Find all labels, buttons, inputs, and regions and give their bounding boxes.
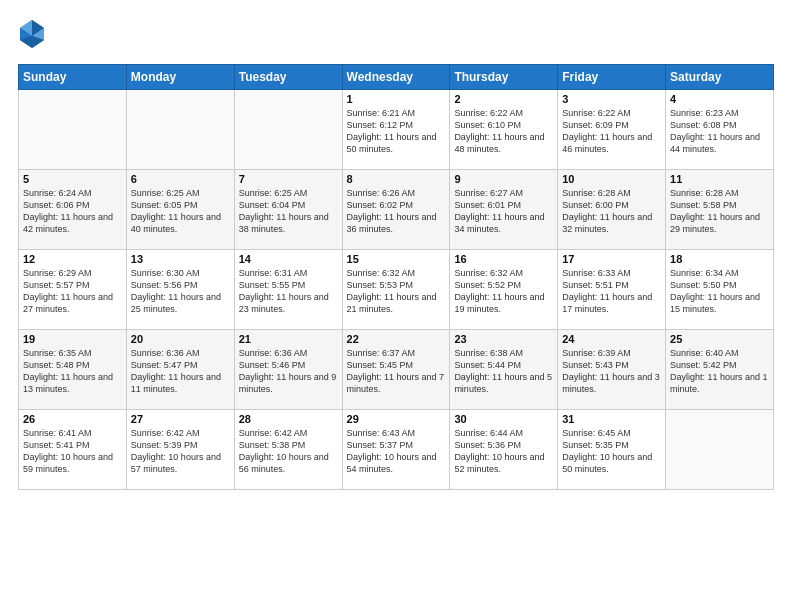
calendar-cell: 1Sunrise: 6:21 AMSunset: 6:12 PMDaylight… (342, 90, 450, 170)
calendar-cell: 12Sunrise: 6:29 AMSunset: 5:57 PMDayligh… (19, 250, 127, 330)
day-info: Sunrise: 6:44 AMSunset: 5:36 PMDaylight:… (454, 427, 553, 476)
day-info: Sunrise: 6:39 AMSunset: 5:43 PMDaylight:… (562, 347, 661, 396)
calendar-cell: 5Sunrise: 6:24 AMSunset: 6:06 PMDaylight… (19, 170, 127, 250)
day-number: 13 (131, 253, 230, 265)
calendar-week-row: 12Sunrise: 6:29 AMSunset: 5:57 PMDayligh… (19, 250, 774, 330)
day-info: Sunrise: 6:23 AMSunset: 6:08 PMDaylight:… (670, 107, 769, 156)
day-info: Sunrise: 6:25 AMSunset: 6:04 PMDaylight:… (239, 187, 338, 236)
calendar-cell: 20Sunrise: 6:36 AMSunset: 5:47 PMDayligh… (126, 330, 234, 410)
calendar-cell: 3Sunrise: 6:22 AMSunset: 6:09 PMDaylight… (558, 90, 666, 170)
day-info: Sunrise: 6:22 AMSunset: 6:10 PMDaylight:… (454, 107, 553, 156)
calendar-cell: 26Sunrise: 6:41 AMSunset: 5:41 PMDayligh… (19, 410, 127, 490)
day-number: 4 (670, 93, 769, 105)
day-number: 17 (562, 253, 661, 265)
day-number: 23 (454, 333, 553, 345)
day-number: 24 (562, 333, 661, 345)
day-info: Sunrise: 6:28 AMSunset: 6:00 PMDaylight:… (562, 187, 661, 236)
day-info: Sunrise: 6:42 AMSunset: 5:38 PMDaylight:… (239, 427, 338, 476)
day-number: 7 (239, 173, 338, 185)
day-number: 19 (23, 333, 122, 345)
calendar-cell: 23Sunrise: 6:38 AMSunset: 5:44 PMDayligh… (450, 330, 558, 410)
day-info: Sunrise: 6:32 AMSunset: 5:53 PMDaylight:… (347, 267, 446, 316)
day-number: 21 (239, 333, 338, 345)
day-number: 9 (454, 173, 553, 185)
calendar-cell (666, 410, 774, 490)
calendar-day-header: Tuesday (234, 65, 342, 90)
calendar-cell: 11Sunrise: 6:28 AMSunset: 5:58 PMDayligh… (666, 170, 774, 250)
header (18, 18, 774, 54)
calendar-cell: 22Sunrise: 6:37 AMSunset: 5:45 PMDayligh… (342, 330, 450, 410)
day-number: 11 (670, 173, 769, 185)
calendar-day-header: Sunday (19, 65, 127, 90)
day-info: Sunrise: 6:32 AMSunset: 5:52 PMDaylight:… (454, 267, 553, 316)
logo-icon (18, 18, 46, 54)
day-number: 1 (347, 93, 446, 105)
day-info: Sunrise: 6:38 AMSunset: 5:44 PMDaylight:… (454, 347, 553, 396)
logo (18, 18, 50, 54)
day-number: 15 (347, 253, 446, 265)
calendar-cell: 18Sunrise: 6:34 AMSunset: 5:50 PMDayligh… (666, 250, 774, 330)
day-number: 14 (239, 253, 338, 265)
day-number: 10 (562, 173, 661, 185)
calendar-day-header: Thursday (450, 65, 558, 90)
calendar-cell: 13Sunrise: 6:30 AMSunset: 5:56 PMDayligh… (126, 250, 234, 330)
day-number: 22 (347, 333, 446, 345)
calendar-day-header: Friday (558, 65, 666, 90)
calendar-cell: 10Sunrise: 6:28 AMSunset: 6:00 PMDayligh… (558, 170, 666, 250)
day-info: Sunrise: 6:42 AMSunset: 5:39 PMDaylight:… (131, 427, 230, 476)
calendar-cell: 30Sunrise: 6:44 AMSunset: 5:36 PMDayligh… (450, 410, 558, 490)
calendar-cell: 17Sunrise: 6:33 AMSunset: 5:51 PMDayligh… (558, 250, 666, 330)
calendar-cell: 7Sunrise: 6:25 AMSunset: 6:04 PMDaylight… (234, 170, 342, 250)
calendar-cell: 19Sunrise: 6:35 AMSunset: 5:48 PMDayligh… (19, 330, 127, 410)
calendar-cell (19, 90, 127, 170)
day-info: Sunrise: 6:21 AMSunset: 6:12 PMDaylight:… (347, 107, 446, 156)
calendar-cell: 31Sunrise: 6:45 AMSunset: 5:35 PMDayligh… (558, 410, 666, 490)
day-number: 27 (131, 413, 230, 425)
day-info: Sunrise: 6:25 AMSunset: 6:05 PMDaylight:… (131, 187, 230, 236)
day-number: 2 (454, 93, 553, 105)
calendar-cell: 9Sunrise: 6:27 AMSunset: 6:01 PMDaylight… (450, 170, 558, 250)
calendar-cell: 21Sunrise: 6:36 AMSunset: 5:46 PMDayligh… (234, 330, 342, 410)
day-number: 5 (23, 173, 122, 185)
calendar-cell: 25Sunrise: 6:40 AMSunset: 5:42 PMDayligh… (666, 330, 774, 410)
calendar-cell: 29Sunrise: 6:43 AMSunset: 5:37 PMDayligh… (342, 410, 450, 490)
day-info: Sunrise: 6:45 AMSunset: 5:35 PMDaylight:… (562, 427, 661, 476)
calendar-cell: 2Sunrise: 6:22 AMSunset: 6:10 PMDaylight… (450, 90, 558, 170)
calendar-cell: 14Sunrise: 6:31 AMSunset: 5:55 PMDayligh… (234, 250, 342, 330)
calendar-table: SundayMondayTuesdayWednesdayThursdayFrid… (18, 64, 774, 490)
day-number: 25 (670, 333, 769, 345)
calendar-day-header: Wednesday (342, 65, 450, 90)
calendar-week-row: 19Sunrise: 6:35 AMSunset: 5:48 PMDayligh… (19, 330, 774, 410)
calendar-week-row: 1Sunrise: 6:21 AMSunset: 6:12 PMDaylight… (19, 90, 774, 170)
calendar-cell: 27Sunrise: 6:42 AMSunset: 5:39 PMDayligh… (126, 410, 234, 490)
day-info: Sunrise: 6:31 AMSunset: 5:55 PMDaylight:… (239, 267, 338, 316)
calendar-cell: 15Sunrise: 6:32 AMSunset: 5:53 PMDayligh… (342, 250, 450, 330)
day-info: Sunrise: 6:29 AMSunset: 5:57 PMDaylight:… (23, 267, 122, 316)
day-info: Sunrise: 6:41 AMSunset: 5:41 PMDaylight:… (23, 427, 122, 476)
day-info: Sunrise: 6:34 AMSunset: 5:50 PMDaylight:… (670, 267, 769, 316)
day-number: 16 (454, 253, 553, 265)
calendar-cell: 4Sunrise: 6:23 AMSunset: 6:08 PMDaylight… (666, 90, 774, 170)
calendar-cell: 6Sunrise: 6:25 AMSunset: 6:05 PMDaylight… (126, 170, 234, 250)
day-info: Sunrise: 6:22 AMSunset: 6:09 PMDaylight:… (562, 107, 661, 156)
day-number: 3 (562, 93, 661, 105)
calendar-cell: 8Sunrise: 6:26 AMSunset: 6:02 PMDaylight… (342, 170, 450, 250)
calendar-cell (234, 90, 342, 170)
page: SundayMondayTuesdayWednesdayThursdayFrid… (0, 0, 792, 612)
day-number: 31 (562, 413, 661, 425)
day-number: 26 (23, 413, 122, 425)
day-info: Sunrise: 6:26 AMSunset: 6:02 PMDaylight:… (347, 187, 446, 236)
calendar-header-row: SundayMondayTuesdayWednesdayThursdayFrid… (19, 65, 774, 90)
day-info: Sunrise: 6:36 AMSunset: 5:47 PMDaylight:… (131, 347, 230, 396)
calendar-day-header: Saturday (666, 65, 774, 90)
calendar-cell: 28Sunrise: 6:42 AMSunset: 5:38 PMDayligh… (234, 410, 342, 490)
day-number: 29 (347, 413, 446, 425)
day-number: 30 (454, 413, 553, 425)
day-info: Sunrise: 6:24 AMSunset: 6:06 PMDaylight:… (23, 187, 122, 236)
day-info: Sunrise: 6:37 AMSunset: 5:45 PMDaylight:… (347, 347, 446, 396)
day-info: Sunrise: 6:35 AMSunset: 5:48 PMDaylight:… (23, 347, 122, 396)
day-info: Sunrise: 6:40 AMSunset: 5:42 PMDaylight:… (670, 347, 769, 396)
calendar-cell (126, 90, 234, 170)
day-info: Sunrise: 6:30 AMSunset: 5:56 PMDaylight:… (131, 267, 230, 316)
calendar-week-row: 5Sunrise: 6:24 AMSunset: 6:06 PMDaylight… (19, 170, 774, 250)
